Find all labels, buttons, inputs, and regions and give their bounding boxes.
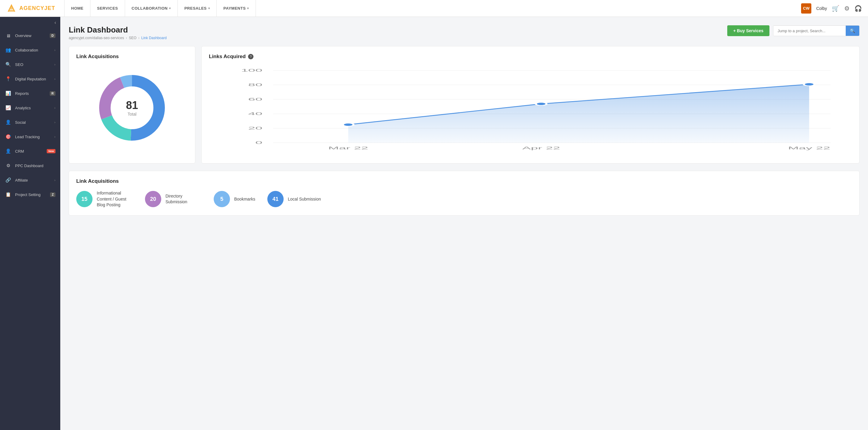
project-setting-icon: 📋 [5, 191, 11, 198]
sidebar-label-overview: Overview [15, 33, 48, 38]
help-icon[interactable]: ? [248, 54, 253, 59]
avatar: CW [801, 3, 811, 13]
sidebar-item-affiliate[interactable]: 🔗 Affiliate › [0, 173, 60, 187]
main-layout: ‹ 🖥 Overview D 👥 Collaboration › 🔍 SEO ›… [0, 17, 868, 430]
chevron-right-icon: › [54, 106, 56, 110]
breadcrumb: agencyjet.com/dallas-seo-services › SEO … [69, 36, 167, 40]
nav-payments[interactable]: PAYMENTS ▾ [217, 0, 256, 17]
svg-point-21 [536, 102, 547, 105]
sidebar-label-crm: CRM [15, 149, 45, 154]
acq-label-3: Local Submission [288, 196, 321, 202]
gear-icon[interactable]: ⚙ [844, 5, 849, 12]
sidebar-item-seo[interactable]: 🔍 SEO › [0, 57, 60, 72]
sidebar-label-ppc: PPC Dashboard [15, 164, 56, 168]
search-input[interactable] [773, 26, 846, 36]
acq-label-2: Bookmarks [234, 196, 255, 202]
acq-item-2: 5 Bookmarks [214, 191, 255, 207]
sidebar-item-digital-reputation[interactable]: 📍 Digital Reputation › [0, 72, 60, 86]
sidebar-label-seo: SEO [15, 62, 54, 67]
affiliate-icon: 🔗 [5, 177, 11, 184]
sidebar-badge-project-setting: Z [50, 192, 56, 197]
sidebar-item-analytics[interactable]: 📈 Analytics › [0, 101, 60, 115]
nav-collaboration[interactable]: COLLABORATION ▾ [125, 0, 178, 17]
svg-point-22 [804, 83, 815, 86]
breadcrumb-link-current[interactable]: Link Dashboard [141, 36, 167, 40]
acq-circle-0: 15 [76, 191, 93, 207]
sidebar-label-social: Social [15, 120, 54, 125]
buy-services-button[interactable]: + Buy Services [727, 25, 770, 36]
sidebar-item-overview[interactable]: 🖥 Overview D [0, 28, 60, 43]
breadcrumb-link-seo[interactable]: SEO [129, 36, 136, 40]
overview-icon: 🖥 [5, 32, 11, 39]
sidebar-label-analytics: Analytics [15, 106, 54, 110]
acquisitions-items: 15 Informational Content / Guest Blog Po… [76, 190, 852, 208]
chevron-right-icon: › [54, 48, 56, 52]
headset-icon[interactable]: 🎧 [855, 5, 862, 12]
chevron-down-icon: ▾ [208, 7, 210, 10]
crm-icon: 👤 [5, 148, 11, 155]
line-chart-card: Links Acquired ? 100 [201, 46, 860, 164]
sidebar-label-digital-reputation: Digital Reputation [15, 77, 54, 81]
acq-count-1: 20 [150, 196, 156, 202]
donut-chart-center: 81 Total [126, 99, 138, 117]
sidebar-badge-reports: R [50, 91, 56, 96]
charts-row: Link Acquisitions [69, 46, 860, 164]
svg-text:Apr 22: Apr 22 [522, 146, 560, 150]
acq-item-3: 41 Local Submission [267, 191, 321, 207]
logo[interactable]: AGENCYJET [6, 3, 55, 14]
chevron-right-icon: › [54, 77, 56, 81]
social-icon: 👤 [5, 119, 11, 126]
sidebar-label-reports: Reports [15, 91, 48, 96]
nav-services[interactable]: SERVICES [90, 0, 125, 17]
sidebar-item-collaboration[interactable]: 👥 Collaboration › [0, 43, 60, 57]
sidebar-item-ppc-dashboard[interactable]: ⚙ PPC Dashboard [0, 158, 60, 173]
ppc-icon: ⚙ [5, 162, 11, 169]
reports-icon: 📊 [5, 90, 11, 97]
chevron-down-icon: ▾ [169, 7, 171, 10]
acq-circle-1: 20 [145, 191, 161, 207]
breadcrumb-separator: › [126, 36, 127, 40]
acq-label-0: Informational Content / Guest Blog Posti… [97, 190, 133, 208]
nav-presales[interactable]: PRESALES ▾ [178, 0, 217, 17]
donut-chart-title: Link Acquisitions [76, 54, 188, 60]
acquisitions-title: Link Acquisitions [76, 178, 852, 184]
sidebar-item-lead-tracking[interactable]: 🎯 Lead Tracking › [0, 130, 60, 144]
svg-text:100: 100 [241, 68, 262, 72]
acq-item-1: 20 Directory Submission [145, 191, 202, 207]
acq-count-3: 41 [273, 196, 278, 202]
acquisitions-card: Link Acquisitions 15 Informational Conte… [69, 171, 860, 216]
svg-text:80: 80 [248, 83, 262, 87]
sidebar-item-project-setting[interactable]: 📋 Project Setting Z [0, 187, 60, 202]
acq-circle-2: 5 [214, 191, 230, 207]
page-title-block: Link Dashboard agencyjet.com/dallas-seo-… [69, 25, 167, 40]
svg-text:40: 40 [248, 112, 262, 115]
nav-home[interactable]: HOME [64, 0, 90, 17]
svg-text:May 22: May 22 [788, 146, 830, 150]
svg-text:20: 20 [248, 126, 262, 130]
breadcrumb-separator: › [138, 36, 140, 40]
chevron-down-icon: ▾ [247, 7, 249, 10]
svg-text:Mar 22: Mar 22 [328, 146, 368, 150]
line-chart-svg: 100 80 60 40 20 0 [209, 64, 852, 155]
sidebar-badge-overview: D [50, 33, 56, 38]
top-navigation: AGENCYJET HOME SERVICES COLLABORATION ▾ … [0, 0, 868, 17]
user-name: Colby [816, 6, 827, 11]
sidebar-collapse[interactable]: ‹ [0, 17, 60, 28]
sidebar-item-crm[interactable]: 👤 CRM New [0, 144, 60, 158]
collapse-icon: ‹ [55, 20, 56, 25]
sidebar-label-project-setting: Project Setting [15, 192, 48, 197]
sidebar-item-reports[interactable]: 📊 Reports R [0, 86, 60, 101]
lead-tracking-icon: 🎯 [5, 133, 11, 140]
sidebar: ‹ 🖥 Overview D 👥 Collaboration › 🔍 SEO ›… [0, 17, 60, 430]
svg-point-20 [343, 123, 354, 126]
donut-chart-container: 81 Total [76, 66, 188, 150]
cart-icon[interactable]: 🛒 [832, 5, 839, 12]
header-actions: + Buy Services 🔍 [727, 25, 860, 36]
search-button[interactable]: 🔍 [846, 26, 859, 36]
nav-right: CW Colby 🛒 ⚙ 🎧 [801, 3, 862, 13]
main-content: Link Dashboard agencyjet.com/dallas-seo-… [60, 17, 868, 430]
digital-reputation-icon: 📍 [5, 75, 11, 82]
breadcrumb-link-domain[interactable]: agencyjet.com/dallas-seo-services [69, 36, 124, 40]
acq-count-2: 5 [220, 196, 223, 202]
sidebar-item-social[interactable]: 👤 Social › [0, 115, 60, 130]
